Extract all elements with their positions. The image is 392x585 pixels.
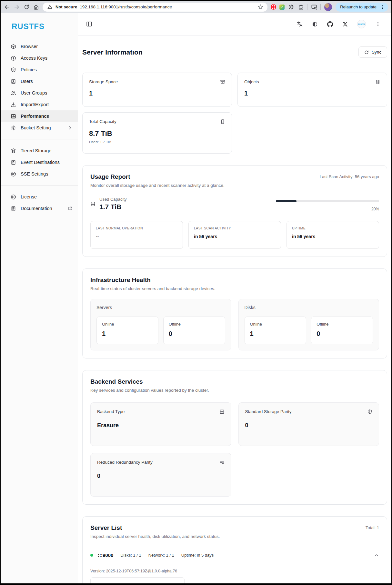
not-secure-warning-icon[interactable] — [46, 4, 53, 10]
github-icon[interactable] — [327, 21, 333, 27]
card-label: Standard Storage Parity — [245, 409, 292, 414]
sync-button[interactable]: Sync — [358, 46, 387, 58]
server-endpoint: :::9000 — [98, 552, 113, 558]
sidebar-item-sse-settings[interactable]: SSE Settings — [1, 168, 78, 180]
group-label: Servers — [96, 305, 225, 310]
sidebar-item-users[interactable]: Users — [1, 76, 78, 87]
address-bar[interactable]: Not secure 192.168.1.116:9001/rustfs/con… — [43, 3, 267, 12]
usage-percent-label: 20% — [276, 207, 379, 211]
sidebar-item-policies[interactable]: Policies — [1, 64, 78, 76]
usage-report-section: Usage Report Last Scan Activity: 56 year… — [82, 165, 387, 257]
sidebar-item-label: Import/Export — [21, 102, 49, 107]
sidebar-item-import-export[interactable]: Import/Export — [1, 99, 78, 110]
objects-card: Objects 1 — [237, 73, 387, 107]
sidebar: RUSTFS Browser Access Keys Policies User… — [1, 13, 78, 583]
cell-label: Offline — [169, 322, 220, 327]
sidebar-item-tiered-storage[interactable]: Tiered Storage — [1, 145, 78, 156]
bar-chart-icon — [11, 114, 16, 119]
capture-extension-icon[interactable]: ↗ — [279, 5, 285, 10]
uptime-box: UPTIME in 56 years — [286, 221, 379, 249]
used-capacity-value: 1.7 TiB — [99, 203, 127, 211]
servers-offline-cell: Offline 0 — [163, 317, 225, 344]
stat-label: UPTIME — [292, 226, 374, 230]
stat-value: -- — [96, 234, 177, 239]
section-title: Server List — [90, 524, 122, 531]
server-row[interactable]: :::9000 Disks: 1 / 1 Network: 1 / 1 Upti… — [90, 552, 379, 558]
download-icon — [11, 102, 16, 107]
theme-toggle-icon[interactable] — [312, 21, 318, 27]
rustfs-logo: RUSTFS — [1, 22, 78, 41]
storage-space-card: Storage Space 1 — [82, 73, 232, 107]
sidebar-item-bucket-setting[interactable]: Bucket Setting — [1, 122, 78, 134]
servers-online-cell: Online 1 — [96, 317, 158, 344]
section-title: Usage Report — [90, 173, 130, 180]
disk-capacity: 1.7 TiB / 8.7 TiB — [96, 583, 179, 583]
sidebar-toggle-icon[interactable] — [86, 21, 92, 27]
screen-search-icon[interactable] — [311, 4, 317, 10]
server-version: Version: 2025-12-19T06:57:19Z@1.0.0-alph… — [90, 569, 379, 573]
cell-label: Online — [102, 322, 153, 327]
bookmark-star-icon[interactable] — [257, 4, 264, 10]
sidebar-item-user-groups[interactable]: User Groups — [1, 87, 78, 99]
server-uptime: Uptime: in 5 days — [181, 553, 214, 558]
key-round-icon — [11, 55, 16, 61]
browser-window: Not secure 192.168.1.116:9001/rustfs/con… — [0, 0, 392, 585]
gear-icon — [11, 125, 16, 131]
page-content: Server Information Sync Storage Space 1 — [78, 35, 391, 583]
usage-progress-bar — [276, 200, 379, 202]
stat-value: in 56 years — [194, 234, 276, 239]
reload-button[interactable] — [23, 4, 30, 10]
x-twitter-icon[interactable] — [342, 21, 348, 27]
more-menu-dots-icon[interactable] — [375, 21, 381, 27]
sidebar-item-documentation[interactable]: Documentation — [1, 203, 78, 214]
external-link-icon — [67, 206, 73, 211]
last-scan-activity-box: LAST SCAN ACTIVITY in 56 years — [188, 221, 281, 249]
card-value: Erasure — [97, 422, 225, 429]
sidebar-item-performance[interactable]: Performance — [1, 110, 78, 122]
page-title: Server Information — [82, 48, 143, 56]
sidebar-item-label: User Groups — [21, 90, 47, 96]
card-value: 1 — [244, 90, 380, 97]
infrastructure-health-section: Infrastructure Health Real-time status o… — [82, 268, 387, 358]
server-icon — [219, 409, 225, 414]
refresh-icon — [364, 50, 369, 55]
relaunch-to-update-button[interactable]: Relaunch to update — [336, 3, 388, 12]
server-disks: Disks: 1 / 1 — [120, 553, 141, 558]
settings-gear-extension-icon[interactable] — [288, 4, 294, 10]
rustfs-badge-icon[interactable]: RUSTFS — [357, 20, 366, 28]
shield-message-icon — [11, 171, 16, 177]
shield-check-icon — [11, 67, 16, 73]
app-header: RUSTFS — [78, 13, 391, 35]
sidebar-item-license[interactable]: License — [1, 191, 78, 203]
forward-button[interactable] — [14, 4, 20, 10]
extensions-puzzle-icon[interactable] — [297, 4, 304, 10]
chevron-up-icon[interactable] — [374, 553, 379, 558]
section-subtitle: Inspect individual server health, disk u… — [90, 534, 379, 539]
cell-label: Online — [250, 322, 301, 327]
usage-progress-fill — [276, 200, 297, 202]
sidebar-item-label: Performance — [21, 114, 49, 119]
sidebar-item-label: Documentation — [21, 206, 52, 211]
adblock-extension-icon[interactable] — [271, 4, 276, 10]
sidebar-item-event-destinations[interactable]: Event Destinations — [1, 156, 78, 168]
back-button[interactable] — [4, 4, 10, 10]
cell-label: Offline — [317, 322, 367, 327]
profile-avatar[interactable] — [324, 3, 332, 11]
sidebar-item-access-keys[interactable]: Access Keys — [1, 52, 78, 64]
sync-label: Sync — [372, 50, 381, 55]
layers-icon — [375, 79, 380, 85]
sidebar-item-label: Event Destinations — [21, 160, 60, 165]
sidebar-item-label: Policies — [21, 67, 37, 72]
reduced-redundancy-parity-card: Reduced Redundancy Parity 0 — [90, 453, 231, 497]
database-icon — [90, 201, 95, 207]
sidebar-item-browser[interactable]: Browser — [1, 41, 78, 52]
main-area: RUSTFS Server Information Sync — [78, 13, 391, 583]
disks-group: Disks Online 1 Offline 0 — [238, 299, 379, 350]
archive-icon — [220, 79, 225, 85]
browser-menu-dots-icon[interactable] — [380, 5, 385, 10]
home-button[interactable] — [33, 4, 39, 10]
card-label: Objects — [244, 79, 259, 84]
language-icon[interactable] — [297, 21, 303, 27]
chevron-right-icon — [67, 125, 73, 131]
last-scan-activity: Last Scan Activity: 56 years ago — [320, 173, 379, 179]
